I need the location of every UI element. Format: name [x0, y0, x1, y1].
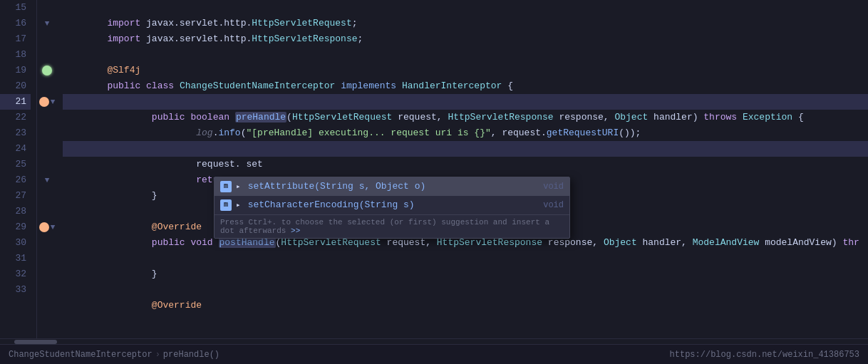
scrollbar-track[interactable] — [0, 339, 868, 344]
gutter-17 — [37, 31, 57, 47]
code-line-22: log.info("[preHandle] executing... reque… — [63, 110, 868, 125]
gutter-23 — [37, 125, 57, 141]
ac-icon-1: m — [220, 199, 232, 211]
gutter-22 — [37, 110, 57, 125]
ac-method-name-1: setCharacterEncoding(String s) — [248, 196, 539, 214]
gutter-31 — [37, 251, 57, 266]
gutter-27 — [37, 188, 57, 204]
line-num-22: 22 — [0, 110, 31, 125]
fold-icon-29[interactable]: ▼ — [51, 219, 56, 235]
gutter-32 — [37, 266, 57, 282]
autocomplete-item-1[interactable]: m ▸ setCharacterEncoding(String s) void — [215, 196, 569, 214]
gutter-29: ▼ — [37, 219, 57, 235]
autocomplete-popup[interactable]: m ▸ setAttribute(String s, Object o) voi… — [214, 177, 570, 239]
ac-return-type-0: void — [543, 177, 564, 196]
line-num-26: 26 — [0, 172, 31, 188]
gutter-33 — [37, 282, 57, 298]
fold-icon-26[interactable]: ▼ — [45, 172, 50, 188]
status-bar: ChangeStudentNameInterceptor › preHandle… — [0, 344, 868, 364]
line-num-28: 28 — [0, 204, 31, 219]
scrollbar-area[interactable] — [0, 338, 868, 344]
gutter-16[interactable]: ▼ — [37, 16, 57, 31]
gutter-25 — [37, 157, 57, 172]
line-num-15: 15 — [0, 0, 31, 16]
line-num-18: 18 — [0, 47, 31, 63]
line-num-32: 32 — [0, 266, 31, 282]
ac-visibility-1: ▸ — [236, 196, 241, 214]
ac-hint-link[interactable]: >> — [291, 227, 300, 235]
run-icon-29[interactable] — [39, 222, 49, 232]
autocomplete-item-0[interactable]: m ▸ setAttribute(String s, Object o) voi… — [215, 177, 569, 196]
gutter-30 — [37, 235, 57, 251]
code-line-32 — [63, 266, 868, 282]
code-area: 15 16 17 18 19 20 21 22 23 24 25 26 27 2… — [0, 0, 868, 338]
line-num-23: 23 — [0, 125, 31, 141]
line-num-25: 25 — [0, 157, 31, 172]
line-num-31: 31 — [0, 251, 31, 266]
code-line-19: public class ChangeStudentNameIntercepto… — [63, 63, 868, 78]
line-num-24: 24 — [0, 141, 31, 157]
code-line-16: import javax.servlet.http.HttpServletRes… — [63, 16, 868, 31]
run-icon-19[interactable] — [42, 66, 52, 76]
line-num-33: 33 — [0, 282, 31, 298]
breadcrumb-class: ChangeStudentNameInterceptor — [9, 350, 153, 360]
gutter-20 — [37, 78, 57, 94]
gutter-21: ▼ — [37, 94, 57, 110]
line-num-17: 17 — [0, 31, 31, 47]
autocomplete-hint: Press Ctrl+. to choose the selected (or … — [215, 214, 569, 238]
ac-icon-0: m — [220, 181, 232, 192]
line-num-30: 30 — [0, 235, 31, 251]
gutter-28 — [37, 204, 57, 219]
code-line-25: retu — [63, 157, 868, 172]
url-display: https://blog.csdn.net/weixin_41386753 — [670, 350, 859, 360]
code-line-33: @Override — [63, 282, 868, 298]
code-line-17 — [63, 31, 868, 47]
breadcrumb-method: preHandle() — [163, 350, 219, 360]
line-num-29: 29 — [0, 219, 31, 235]
breadcrumb: ChangeStudentNameInterceptor › preHandle… — [9, 350, 219, 360]
fold-icon-21[interactable]: ▼ — [51, 94, 56, 110]
editor-container: 15 16 17 18 19 20 21 22 23 24 25 26 27 2… — [0, 0, 868, 364]
line-num-19: 19 — [0, 63, 31, 78]
code-line-21: public boolean preHandle(HttpServletRequ… — [63, 94, 868, 110]
fold-icon-16[interactable]: ▼ — [45, 16, 50, 31]
scrollbar-thumb[interactable] — [14, 340, 57, 344]
code-line-15: import javax.servlet.http.HttpServletReq… — [63, 0, 868, 16]
breadcrumb-separator: › — [155, 350, 160, 360]
code-line-24: request. set — [63, 141, 868, 157]
gutter-15 — [37, 0, 57, 16]
code-line-18: @Slf4j — [63, 47, 868, 63]
code-line-20: @Override — [63, 78, 868, 94]
code-line-23: request.getSession().setAttribute( S: "n… — [63, 125, 868, 141]
gutter-18 — [37, 47, 57, 63]
code-content[interactable]: import javax.servlet.http.HttpServletReq… — [57, 0, 868, 338]
line-num-27: 27 — [0, 188, 31, 204]
line-num-20: 20 — [0, 78, 31, 94]
ac-return-type-1: void — [543, 196, 564, 214]
line-numbers: 15 16 17 18 19 20 21 22 23 24 25 26 27 2… — [0, 0, 37, 338]
ac-visibility-0: ▸ — [236, 177, 241, 196]
code-line-31: } — [63, 251, 868, 266]
gutter-24 — [37, 141, 57, 157]
line-num-21: 21 — [0, 94, 31, 110]
line-num-16: 16 — [0, 16, 31, 31]
ac-method-name-0: setAttribute(String s, Object o) — [248, 177, 539, 196]
gutter: ▼ ▼ ▼ ▼ — [37, 0, 57, 338]
run-icon-21[interactable] — [39, 97, 49, 107]
gutter-26: ▼ — [37, 172, 57, 188]
gutter-19 — [37, 63, 57, 78]
